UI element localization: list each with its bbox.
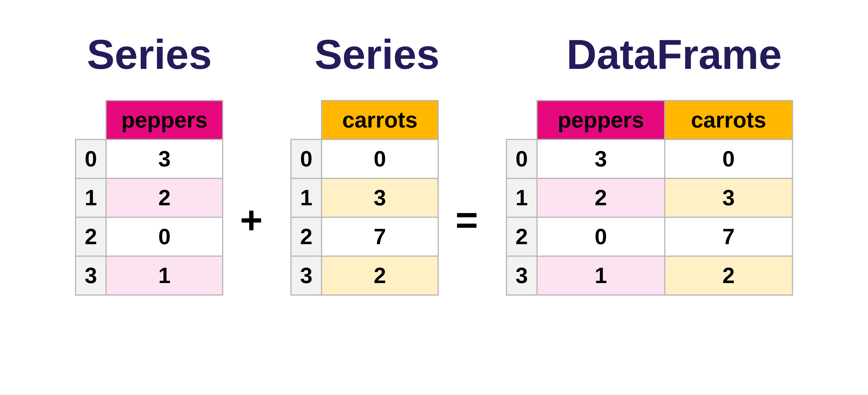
value-cell: 7	[321, 217, 438, 256]
value-cell: 1	[106, 256, 223, 295]
index-cell: 2	[291, 217, 321, 256]
blank-corner	[506, 100, 537, 140]
index-cell: 1	[75, 178, 106, 217]
index-cell: 1	[506, 178, 537, 217]
diagram-canvas: Series Series DataFrame peppers 0 3 1 2	[0, 0, 868, 395]
index-cell: 3	[506, 256, 537, 295]
series-2-table: carrots 0 0 1 3 2 7 3 2	[290, 100, 439, 296]
value-cell: 2	[321, 256, 438, 295]
dataframe-col-peppers: peppers	[537, 100, 665, 140]
table-row: 2 0	[75, 217, 223, 256]
equals-operator: =	[439, 201, 495, 239]
value-cell: 3	[106, 140, 223, 178]
value-cell: 7	[665, 217, 793, 256]
value-cell: 3	[537, 140, 665, 178]
index-cell: 1	[291, 178, 321, 217]
dataframe-col-carrots: carrots	[665, 100, 793, 140]
value-cell: 2	[537, 178, 665, 217]
blank-corner	[291, 100, 321, 140]
value-cell: 1	[537, 256, 665, 295]
index-cell: 2	[506, 217, 537, 256]
value-cell: 2	[106, 178, 223, 217]
value-cell: 0	[321, 140, 438, 178]
value-cell: 3	[321, 178, 438, 217]
blank-corner	[75, 100, 106, 140]
index-cell: 0	[291, 140, 321, 178]
dataframe-table: peppers carrots 0 3 0 1 2 3 2 0 7	[506, 100, 793, 296]
index-cell: 3	[75, 256, 106, 295]
series-2-block: carrots 0 0 1 3 2 7 3 2	[290, 100, 439, 296]
series-1-block: peppers 0 3 1 2 2 0 3 1	[75, 100, 223, 296]
value-cell: 3	[665, 178, 793, 217]
titles-row: Series Series DataFrame	[0, 31, 868, 79]
value-cell: 2	[665, 256, 793, 295]
table-row: 1 2 3	[506, 178, 793, 217]
series-1-column-header: peppers	[106, 100, 223, 140]
dataframe-block: peppers carrots 0 3 0 1 2 3 2 0 7	[506, 100, 793, 296]
series-1-table: peppers 0 3 1 2 2 0 3 1	[75, 100, 223, 296]
table-row: 0 3	[75, 140, 223, 178]
table-row: 3 1 2	[506, 256, 793, 295]
series-1-header-row: peppers	[75, 100, 223, 140]
table-row: 3 2	[291, 256, 438, 295]
index-cell: 0	[75, 140, 106, 178]
table-row: 2 0 7	[506, 217, 793, 256]
index-cell: 2	[75, 217, 106, 256]
table-row: 0 0	[291, 140, 438, 178]
dataframe-header-row: peppers carrots	[506, 100, 793, 140]
table-row: 3 1	[75, 256, 223, 295]
series-2-column-header: carrots	[321, 100, 438, 140]
series-2-header-row: carrots	[291, 100, 438, 140]
value-cell: 0	[106, 217, 223, 256]
body-row: peppers 0 3 1 2 2 0 3 1	[0, 100, 868, 296]
title-series-2: Series	[269, 31, 485, 79]
table-row: 1 3	[291, 178, 438, 217]
index-cell: 3	[291, 256, 321, 295]
title-series-1: Series	[41, 31, 258, 79]
table-row: 1 2	[75, 178, 223, 217]
value-cell: 0	[537, 217, 665, 256]
value-cell: 0	[665, 140, 793, 178]
plus-operator: +	[223, 201, 279, 239]
table-row: 0 3 0	[506, 140, 793, 178]
index-cell: 0	[506, 140, 537, 178]
title-dataframe: DataFrame	[522, 31, 827, 79]
table-row: 2 7	[291, 217, 438, 256]
